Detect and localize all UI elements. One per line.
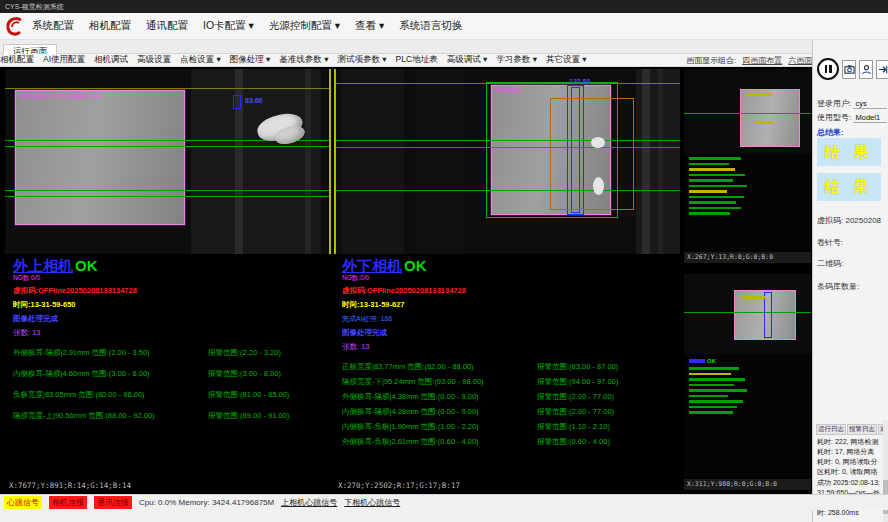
virtual-code-value: 20250208 xyxy=(845,216,881,225)
pixel-coords-readout: X:270;Y:2502;R:17;G:17;B:17 xyxy=(338,481,460,492)
layout-label: 画面显示组合: xyxy=(686,55,736,66)
measurement-row: 负极宽度|83.05mm 范围:(80.00 - 86.00) 报警范围:(81… xyxy=(13,390,329,400)
toolbar-item[interactable]: 其它设置 ▾ xyxy=(546,54,587,66)
status-bar: 心跳信号 相机连接 通讯连接 Cpu: 0.0% Memory: 3424.41… xyxy=(0,494,888,510)
title-bar: CYS-视觉检测系统 xyxy=(0,0,888,13)
upper-camera-heartbeat-link[interactable]: 上相机心跳信号 xyxy=(281,497,337,508)
needle-label: 卷针号: xyxy=(817,238,843,247)
toolbar-item[interactable]: 相机配置 xyxy=(0,54,34,66)
camera-tool-button[interactable] xyxy=(842,60,856,79)
pixel-coords-readout: X:311;Y:980;R:0;G:0;B:0 xyxy=(684,479,811,490)
camera-image-small-bottom[interactable] xyxy=(684,274,811,354)
toolbar-items: 相机配置AI使用配置相机调试高级设置点检设置 ▾图像处理 ▾基准线参数 ▾测试项… xyxy=(0,54,596,66)
log-tab[interactable]: 报警日志 xyxy=(847,424,877,435)
main-area: 固定阈值:93, 动态阈值:100 83.66 外上相机OK NG数:0/0 虚… xyxy=(0,67,812,494)
reference-line xyxy=(5,88,329,89)
toolbar-item[interactable]: 相机调试 xyxy=(94,54,128,66)
tab-strip: 运行画面 xyxy=(0,40,812,54)
measure-line xyxy=(684,312,811,313)
exit-tool-button[interactable] xyxy=(876,60,888,79)
measurement-value: 内侧极耳-隔膜|4.28mm 范围:(0.00 - 9.00) xyxy=(342,407,537,417)
layout-selector: 画面显示组合: 四画面布置 六画面布置 xyxy=(686,54,828,67)
measurement-value: 外侧极耳-隔膜|2.91mm 范围:(2.00 - 3.50) xyxy=(13,348,208,358)
alarm-range: 报警范围:(81.00 - 85.00) xyxy=(208,390,289,400)
measure-marker xyxy=(764,292,772,338)
result-text-block: 外上相机OK NG数:0/0 虚拟码:OFFline20250208133134… xyxy=(13,257,329,479)
toolbar-item[interactable]: PLC地址表 xyxy=(396,54,438,66)
layout-option-1[interactable]: 四画面布置 xyxy=(742,55,782,66)
qr-row: 二维码: xyxy=(817,258,885,269)
camera-view-small-bottom[interactable]: OK X:311;Y:980;R:0;G:0;B:0 xyxy=(684,274,811,490)
reflection-spot xyxy=(593,177,604,195)
model-row: 使用型号: Model1 xyxy=(817,112,885,123)
app-logo-icon xyxy=(4,15,26,37)
menu-item[interactable]: 查看 ▾ xyxy=(355,19,384,33)
machine-background xyxy=(342,69,404,254)
measure-line xyxy=(5,146,329,147)
measure-line xyxy=(336,190,680,191)
process-done-line: 图像处理完成 xyxy=(13,314,329,324)
camera-image-small-top[interactable] xyxy=(684,69,811,154)
alarm-range: 报警范围:(2.20 - 3.20) xyxy=(208,348,281,358)
camera-name: 外上相机 xyxy=(13,257,73,274)
camera-image-outer-upper[interactable]: 固定阈值:93, 动态阈值:100 83.66 xyxy=(5,69,331,254)
menu-item[interactable]: 通讯配置 xyxy=(146,19,188,33)
camera-name: 外下相机 xyxy=(342,257,402,274)
login-user-label: 登录用户: xyxy=(817,99,851,108)
barcode-lib-label: 条码库数量: xyxy=(817,282,859,291)
measurement-value: 隔膜宽度-上|90.56mm 范围:(88.00 - 92.00) xyxy=(13,411,208,421)
virtual-code-row: 虚拟码: 20250208 xyxy=(817,215,885,226)
frame-count-line: 张数: 13 xyxy=(13,328,329,338)
measure-line xyxy=(684,113,811,114)
mini-label xyxy=(746,93,772,96)
camera-view-outer-lower[interactable]: AI检测区 123.80 外下相机OK NG数:0/0 虚拟码:OFFline2… xyxy=(334,69,680,492)
toolbar-item[interactable]: 点检设置 ▾ xyxy=(180,54,221,66)
model-value[interactable]: Model1 xyxy=(853,113,887,123)
menu-item[interactable]: 相机配置 xyxy=(89,19,131,33)
machine-bar xyxy=(658,69,663,254)
mini-text-lines xyxy=(684,157,811,215)
measure-line xyxy=(5,190,329,191)
camera-image-outer-lower[interactable]: AI检测区 123.80 xyxy=(334,69,680,254)
measurement-row: 隔膜宽度-上|90.56mm 范围:(88.00 - 92.00) 报警范围:(… xyxy=(13,411,329,421)
pause-button[interactable] xyxy=(817,58,839,80)
measure-line xyxy=(5,196,329,197)
camera-view-small-top[interactable]: X:267;Y:13;R:0;G:0;B:0 xyxy=(684,69,811,263)
reflection-spot xyxy=(591,137,605,148)
alarm-range: 报警范围:(94.00 - 97.00) xyxy=(537,377,618,387)
toolbar-item[interactable]: 基准线参数 ▾ xyxy=(279,54,328,66)
pixel-coords-readout: X:267;Y:13;R:0;G:0;B:0 xyxy=(684,252,811,263)
menu-items: 系统配置相机配置通讯配置IO卡配置 ▾光源控制配置 ▾查看 ▾系统语言切换 xyxy=(32,19,477,33)
machine-background xyxy=(416,69,464,254)
time-line: 时间:13-31-59-650 xyxy=(13,300,329,310)
toolbar-item[interactable]: 图像处理 ▾ xyxy=(230,54,271,66)
menu-item[interactable]: IO卡配置 ▾ xyxy=(203,19,254,33)
toolbar-item[interactable]: 高级调试 ▾ xyxy=(447,54,488,66)
cpu-memory-readout: Cpu: 0.0% Memory: 3424.41796875M xyxy=(139,498,274,507)
result-display-lower: 结 果 xyxy=(817,173,881,201)
toolbar-item[interactable]: 测试项参数 ▾ xyxy=(337,54,386,66)
mini-camera-title-bar xyxy=(689,359,705,363)
film-region xyxy=(740,89,800,147)
user-tool-button[interactable] xyxy=(859,60,873,79)
menu-item[interactable]: 系统语言切换 xyxy=(399,19,462,33)
menu-item[interactable]: 光源控制配置 ▾ xyxy=(269,19,340,33)
time-line: 时间:13-31-59-627 xyxy=(342,300,678,310)
camera-icon xyxy=(844,64,855,75)
lower-camera-heartbeat-link[interactable]: 下相机心跳信号 xyxy=(344,497,400,508)
camera-view-outer-upper[interactable]: 固定阈值:93, 动态阈值:100 83.66 外上相机OK NG数:0/0 虚… xyxy=(5,69,331,492)
measurement-row: 外侧极耳-隔膜|2.91mm 范围:(2.00 - 3.50) 报警范围:(2.… xyxy=(13,348,329,358)
pixel-coords-readout: X:7677;Y:891;R:14;G:14;B:14 xyxy=(9,481,131,492)
toolbar-item[interactable]: AI使用配置 xyxy=(43,54,85,66)
measure-marker xyxy=(233,95,241,109)
menu-bar: 系统配置相机配置通讯配置IO卡配置 ▾光源控制配置 ▾查看 ▾系统语言切换 xyxy=(0,13,888,40)
log-tab[interactable]: 运行日志 xyxy=(816,424,846,435)
process-done-line: 图像处理完成 xyxy=(342,328,678,338)
measurement-value: 内侧极耳-隔膜|4.60mm 范围:(3.00 - 6.00) xyxy=(13,369,208,379)
result-status: OK xyxy=(75,257,98,274)
toolbar-item[interactable]: 学习参数 ▾ xyxy=(496,54,537,66)
toolbar-item[interactable]: 高级设置 xyxy=(137,54,171,66)
alarm-range: 报警范围:(83.00 - 87.00) xyxy=(537,362,618,372)
menu-item[interactable]: 系统配置 xyxy=(32,19,74,33)
qr-label: 二维码: xyxy=(817,259,843,268)
